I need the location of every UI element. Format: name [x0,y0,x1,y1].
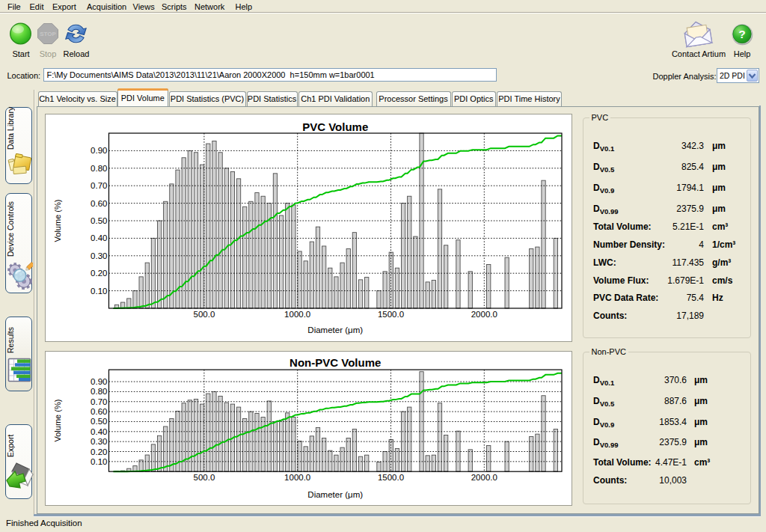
svg-text:0.50: 0.50 [91,417,107,426]
svg-text:1500.0: 1500.0 [378,473,404,482]
svg-text:Volume (%): Volume (%) [53,399,62,441]
svg-text:0.30: 0.30 [91,437,107,446]
svg-text:500.0: 500.0 [194,310,215,319]
svg-text:0.20: 0.20 [91,269,107,278]
svg-text:0.20: 0.20 [91,447,107,456]
svg-text:Non-PVC Volume: Non-PVC Volume [289,355,381,368]
svg-text:0.80: 0.80 [91,387,107,396]
svg-text:0.60: 0.60 [91,199,107,208]
svg-text:0.90: 0.90 [91,146,107,155]
svg-text:0.40: 0.40 [91,426,107,435]
svg-text:PVC Volume: PVC Volume [302,120,368,133]
svg-text:1500.0: 1500.0 [378,310,404,319]
svg-text:0.10: 0.10 [91,287,107,296]
svg-text:0.90: 0.90 [91,377,107,386]
svg-text:0.40: 0.40 [91,233,107,242]
svg-text:2000.0: 2000.0 [471,473,497,482]
svg-text:?: ? [738,28,745,40]
svg-text:0.70: 0.70 [91,397,107,406]
svg-text:500.0: 500.0 [194,473,215,482]
svg-text:Volume (%): Volume (%) [53,200,62,242]
svg-text:STOP: STOP [40,31,56,37]
svg-text:2000.0: 2000.0 [471,310,497,319]
svg-text:0.30: 0.30 [91,251,107,260]
svg-text:Diameter (μm): Diameter (μm) [307,325,363,334]
svg-text:0.80: 0.80 [91,164,107,173]
svg-text:0.50: 0.50 [91,216,107,225]
svg-text:0.60: 0.60 [91,407,107,416]
svg-text:0.10: 0.10 [91,456,107,465]
svg-text:0.70: 0.70 [91,181,107,190]
svg-text:1000.0: 1000.0 [284,310,310,319]
svg-text:1000.0: 1000.0 [284,473,310,482]
svg-text:Diameter (μm): Diameter (μm) [307,489,363,498]
